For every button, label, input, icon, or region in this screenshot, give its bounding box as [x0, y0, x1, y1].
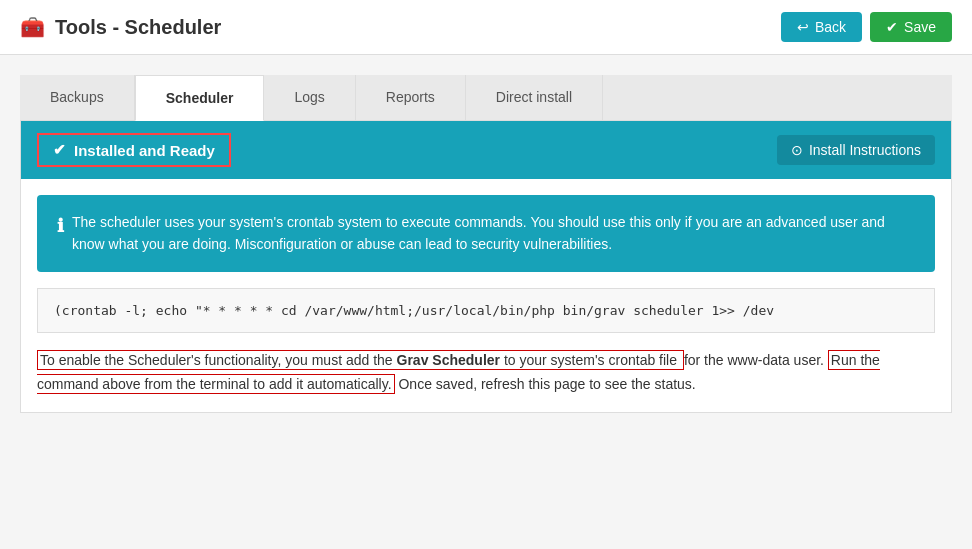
tab-reports[interactable]: Reports — [356, 75, 466, 120]
installed-label: Installed and Ready — [74, 142, 215, 159]
info-icon: ℹ — [57, 212, 64, 241]
installed-status: ✔ Installed and Ready — [37, 133, 231, 167]
description-highlight-1: To enable the Scheduler's functionality,… — [37, 350, 684, 370]
code-value: (crontab -l; echo "* * * * * cd /var/www… — [54, 303, 774, 318]
alert-text: The scheduler uses your system's crontab… — [72, 211, 915, 256]
tab-scheduler[interactable]: Scheduler — [135, 75, 265, 121]
page-header: 🧰 Tools - Scheduler ↩ Back ✔ Save — [0, 0, 972, 55]
check-icon: ✔ — [53, 141, 66, 159]
description-text: To enable the Scheduler's functionality,… — [37, 349, 935, 397]
alert-info-box: ℹ The scheduler uses your system's cront… — [37, 195, 935, 272]
save-label: Save — [904, 19, 936, 35]
page-title: Tools - Scheduler — [55, 16, 221, 39]
description-part1: To enable the Scheduler's functionality,… — [40, 352, 397, 368]
tab-content: ✔ Installed and Ready ⊙ Install Instruct… — [20, 120, 952, 413]
checkmark-icon: ✔ — [886, 19, 898, 35]
back-label: Back — [815, 19, 846, 35]
main-content: Backups Scheduler Logs Reports Direct in… — [0, 55, 972, 433]
description-part2: for the www-data user. — [684, 352, 828, 368]
description-part1-end: to your system's crontab file — [500, 352, 677, 368]
header-buttons: ↩ Back ✔ Save — [781, 12, 952, 42]
briefcase-icon: 🧰 — [20, 15, 45, 39]
save-button[interactable]: ✔ Save — [870, 12, 952, 42]
tab-backups[interactable]: Backups — [20, 75, 135, 120]
description-part3: Once saved, refresh this page to see the… — [395, 376, 696, 392]
back-button[interactable]: ↩ Back — [781, 12, 862, 42]
status-bar: ✔ Installed and Ready ⊙ Install Instruct… — [21, 121, 951, 179]
grav-scheduler-label: Grav Scheduler — [397, 352, 501, 368]
tab-bar: Backups Scheduler Logs Reports Direct in… — [20, 75, 952, 120]
tab-direct-install[interactable]: Direct install — [466, 75, 603, 120]
info-circle-icon: ⊙ — [791, 142, 803, 158]
code-block: (crontab -l; echo "* * * * * cd /var/www… — [37, 288, 935, 333]
install-instructions-label: Install Instructions — [809, 142, 921, 158]
install-instructions-button[interactable]: ⊙ Install Instructions — [777, 135, 935, 165]
back-arrow-icon: ↩ — [797, 19, 809, 35]
tab-logs[interactable]: Logs — [264, 75, 355, 120]
header-left: 🧰 Tools - Scheduler — [20, 15, 221, 39]
